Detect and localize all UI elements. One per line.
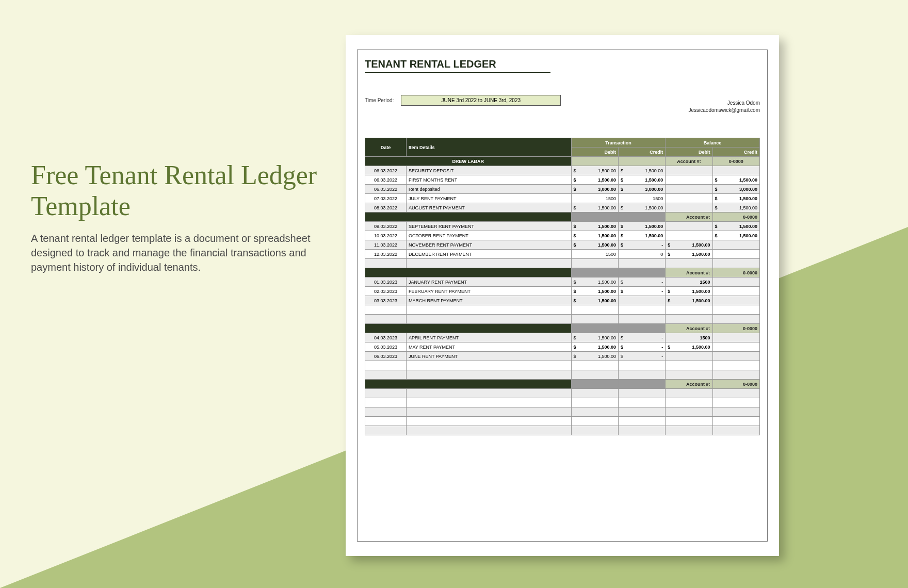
ledger-row: [365, 315, 760, 324]
contact-name: Jessica Odom: [688, 100, 760, 107]
section-separator: Account #: 0-0000: [365, 380, 760, 389]
document-inner: TENANT RENTAL LEDGER Time Period: JUNE 3…: [357, 50, 768, 542]
ledger-table: Date Item Details Transaction Balance De…: [365, 138, 760, 435]
promo-subtext: A tenant rental ledger template is a doc…: [31, 231, 330, 274]
ledger-row: 05.03.2023 MAY RENT PAYMENT $1,500.00 $-…: [365, 342, 760, 352]
period-label: Time Period:: [365, 97, 394, 103]
ledger-row: [365, 305, 760, 315]
period-value: JUNE 3rd 2022 to JUNE 3rd, 2023: [401, 95, 561, 106]
ledger-row: [365, 370, 760, 380]
ledger-row: 12.03.2022 DECEMBER RENT PAYMENT 1500 0 …: [365, 250, 760, 259]
ledger-row: 11.03.2022 NOVEMBER RENT PAYMENT $1,500.…: [365, 240, 760, 250]
ledger-row: [365, 259, 760, 268]
promo-headline: Free Tenant Rental Ledger Template: [31, 160, 330, 222]
promo-panel: Free Tenant Rental Ledger Template A ten…: [31, 160, 330, 274]
section-separator: Account #: 0-0000: [365, 324, 760, 333]
document-preview: TENANT RENTAL LEDGER Time Period: JUNE 3…: [346, 35, 779, 556]
header-row-1: Date Item Details Transaction Balance: [365, 138, 760, 148]
ledger-row: 06.03.2022 FIRST MONTHS RENT $1,500.00 $…: [365, 175, 760, 185]
ledger-row: [365, 417, 760, 426]
ledger-row: 06.03.2023 JUNE RENT PAYMENT $1,500.00 $…: [365, 352, 760, 361]
ledger-row: 02.03.2023 FEBRUARY RENT PAYMENT $1,500.…: [365, 287, 760, 296]
ledger-row: [365, 361, 760, 370]
section-separator: Account #: 0-0000: [365, 268, 760, 277]
ledger-row: 07.03.2022 JULY RENT PAYMENT 1500 1500 $…: [365, 194, 760, 203]
ledger-row: [365, 389, 760, 398]
ledger-row: [365, 407, 760, 417]
ledger-row: 09.03.2022 SEPTEMBER RENT PAYMENT $1,500…: [365, 222, 760, 231]
ledger-row: 10.03.2022 OCTOBER RENT PAYMENT $1,500.0…: [365, 231, 760, 240]
ledger-row: 04.03.2023 APRIL RENT PAYMENT $1,500.00 …: [365, 333, 760, 342]
ledger-row: [365, 426, 760, 435]
document-title: TENANT RENTAL LEDGER: [365, 58, 550, 73]
ledger-row: 01.03.2023 JANUARY RENT PAYMENT $1,500.0…: [365, 277, 760, 287]
ledger-row: [365, 398, 760, 407]
tenant-row: DREW LABAR Account #: 0-0000: [365, 157, 760, 166]
ledger-row: 03.03.2023 MARCH RENT PAYMENT $1,500.00 …: [365, 296, 760, 305]
section-separator: Account #: 0-0000: [365, 213, 760, 222]
ledger-row: 08.03.2022 AUGUST RENT PAYMENT $1,500.00…: [365, 203, 760, 213]
ledger-row: 06.03.2022 SECURITY DEPOSIT $1,500.00 $1…: [365, 166, 760, 175]
contact-block: Jessica Odom Jessicaodomswick@gmail.com: [688, 100, 760, 114]
contact-email: Jessicaodomswick@gmail.com: [688, 107, 760, 114]
ledger-row: 06.03.2022 Rent deposited $3,000.00 $3,0…: [365, 185, 760, 194]
